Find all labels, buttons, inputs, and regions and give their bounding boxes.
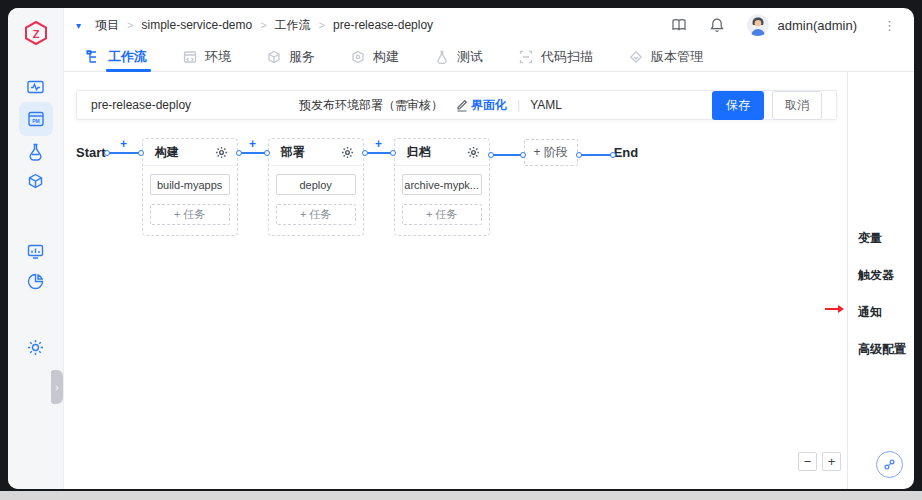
tab-label: 测试 [457,48,483,66]
task-chip[interactable]: deploy [276,174,356,195]
sidebar-item-delivery[interactable] [19,166,53,196]
tab-tests[interactable]: 测试 [435,42,483,72]
workflow-icon [86,50,100,64]
bar-chart-monitor-icon [26,242,45,261]
connector-line [238,152,268,154]
connector-line [490,154,524,156]
pipeline-end-label: End [614,145,639,160]
package-cube-icon [26,172,45,191]
panel-item-triggers[interactable]: 触发器 [848,267,914,284]
docs-book-icon[interactable] [671,17,687,33]
pie-chart-icon [26,272,45,291]
sidebar-item-insights[interactable] [19,236,53,266]
cancel-button[interactable]: 取消 [772,91,822,120]
panel-item-variables[interactable]: 变量 [848,230,914,247]
add-stage-plus-icon[interactable]: + [120,139,127,150]
tab-services[interactable]: 服务 [267,42,315,72]
breadcrumb-separator: > [319,19,325,31]
save-button[interactable]: 保存 [712,91,764,120]
tab-releases[interactable]: 版本管理 [629,42,703,72]
add-stage-plus-icon[interactable]: + [249,139,256,150]
app-window: Z PM [8,8,914,489]
gear-icon [26,338,45,357]
tab-builds[interactable]: 构建 [351,42,399,72]
svg-text:PM: PM [32,118,40,124]
zadig-logo-icon[interactable]: Z [23,20,49,46]
floating-link-button[interactable] [876,451,903,478]
stage-connector: + [106,138,142,154]
stage-name: 部署 [281,144,305,161]
more-options-kebab-icon[interactable]: ⋮ [883,18,896,33]
breadcrumb-separator: > [260,19,266,31]
mode-ui-tab[interactable]: 界面化 [471,97,507,114]
add-task-button[interactable]: + 任务 [150,204,230,225]
tab-label: 版本管理 [651,48,703,66]
sidebar-item-statistics[interactable] [19,266,53,296]
tab-code-scan[interactable]: 代码扫描 [519,42,593,72]
sidebar-item-projects[interactable]: PM [19,102,53,136]
zoom-in-button[interactable]: + [822,452,841,471]
task-chip[interactable]: archive-mypk... [402,174,482,195]
stage-settings-gear-icon[interactable] [341,146,354,159]
project-dropdown-caret-icon[interactable]: ▾ [76,20,81,31]
zoom-out-button[interactable]: − [798,452,817,471]
projects-icon: PM [26,109,46,129]
editor-actions: 保存 取消 [712,91,822,120]
workflow-editor-bar: pre-release-deploy 预发布环境部署（需审核） 界面化 | YA… [76,90,837,120]
main-area: ▾ 项目 > simple-service-demo > 工作流 > pre-r… [64,8,914,489]
stage-card-deploy[interactable]: 部署 deploy + 任务 [268,138,364,236]
tab-label: 代码扫描 [541,48,593,66]
tab-label: 构建 [373,48,399,66]
add-task-button[interactable]: + 任务 [402,204,482,225]
panel-item-label: 触发器 [858,268,894,282]
breadcrumb-separator: > [127,19,133,31]
sidebar-item-dashboard[interactable] [19,72,53,102]
tab-workflows[interactable]: 工作流 [86,42,147,72]
sidebar-collapse-handle[interactable]: › [51,370,63,404]
stage-header: 部署 [269,139,363,166]
breadcrumb-workflow-name[interactable]: pre-release-deploy [333,18,433,32]
panel-item-notifications[interactable]: 通知 [848,304,914,321]
connector-line [364,152,394,154]
workflow-description: 预发布环境部署（需审核） [299,97,443,114]
notification-bell-icon[interactable] [709,17,725,33]
editor-mode-switch: 界面化 | YAML [471,97,562,114]
stage-connector: + [364,138,394,154]
stage-connector: + [238,138,268,154]
tab-label: 环境 [205,48,231,66]
breadcrumb-projects[interactable]: 项目 [95,17,119,34]
edit-pencil-icon[interactable] [455,98,469,112]
stage-settings-gear-icon[interactable] [467,146,480,159]
canvas-zoom-controls: − + [798,452,841,471]
breadcrumb-project-name[interactable]: simple-service-demo [141,18,252,32]
panel-item-advanced-config[interactable]: 高级配置 [848,341,914,358]
user-avatar[interactable] [747,14,769,36]
sidebar-nav: PM [19,72,53,362]
panel-item-label: 高级配置 [858,342,906,356]
stage-card-archive[interactable]: 归档 archive-mypk... + 任务 [394,138,490,236]
topbar-right: admin(admin) ⋮ [649,14,896,36]
stage-card-build[interactable]: 构建 build-myapps + 任务 [142,138,238,236]
add-task-button[interactable]: + 任务 [276,204,356,225]
sidebar-item-tests[interactable] [19,136,53,166]
stage-name: 构建 [155,144,179,161]
connector-line [106,152,142,154]
tab-label: 工作流 [108,48,147,66]
stage-settings-gear-icon[interactable] [215,146,228,159]
version-diamond-icon [629,50,643,64]
stage-connector [490,138,524,156]
content: pre-release-deploy 预发布环境部署（需审核） 界面化 | YA… [64,72,914,489]
add-stage-button[interactable]: + 阶段 [524,139,578,166]
mode-yaml-tab[interactable]: YAML [530,98,562,112]
add-stage-plus-icon[interactable]: + [375,139,382,150]
sidebar-item-settings[interactable] [19,332,53,362]
service-cube-icon [267,50,281,64]
breadcrumb-workflows[interactable]: 工作流 [275,17,311,34]
stage-name: 归档 [407,144,431,161]
username-label[interactable]: admin(admin) [778,18,857,33]
flask-icon [26,142,45,161]
task-chip[interactable]: build-myapps [150,174,230,195]
stage-connector [578,138,614,156]
tab-environments[interactable]: 环境 [183,42,231,72]
test-flask-icon [435,50,449,64]
